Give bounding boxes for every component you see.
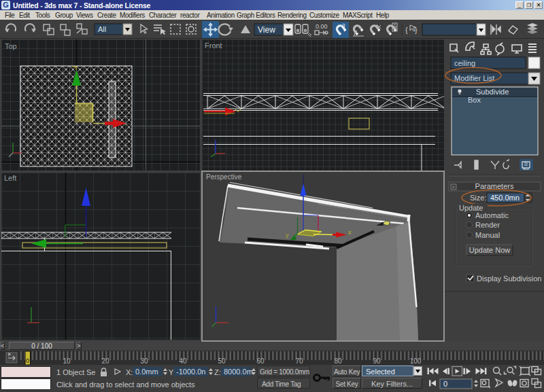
svg-text:0.00: 0.00	[316, 23, 328, 30]
svg-text:}: }	[415, 26, 418, 34]
svg-text:Front: Front	[205, 41, 222, 50]
svg-text:View: View	[258, 25, 275, 35]
svg-text:Size:: Size:	[470, 194, 486, 202]
svg-text:80: 80	[334, 357, 342, 365]
svg-text:60: 60	[256, 357, 265, 365]
svg-text:Modifier List: Modifier List	[454, 74, 494, 82]
svg-text:40: 40	[179, 357, 187, 365]
svg-text:Render: Render	[475, 221, 500, 229]
svg-text:50: 50	[218, 357, 226, 365]
svg-text:All: All	[98, 25, 106, 33]
svg-text:Box: Box	[468, 96, 481, 104]
svg-text:ceiling: ceiling	[454, 59, 475, 67]
svg-text:3: 3	[342, 22, 345, 29]
svg-text:Subdivide: Subdivide	[476, 88, 509, 96]
svg-text:Manual: Manual	[475, 231, 500, 239]
svg-text:0: 0	[443, 380, 447, 388]
svg-text:30: 30	[140, 357, 148, 365]
svg-text:Left: Left	[4, 174, 16, 182]
svg-text:450.0mn: 450.0mn	[490, 194, 520, 202]
svg-text:Parameters: Parameters	[475, 182, 514, 190]
svg-text:Perspective: Perspective	[206, 173, 242, 181]
svg-text:x: x	[348, 229, 352, 236]
svg-text:{: {	[405, 26, 408, 34]
svg-text:70: 70	[295, 357, 303, 365]
svg-text:Automatic: Automatic	[475, 211, 509, 219]
svg-text:Display Subdivision: Display Subdivision	[477, 274, 541, 283]
svg-text:Update Now: Update Now	[469, 246, 511, 254]
svg-text:0: 0	[26, 357, 29, 364]
svg-text:-: -	[452, 183, 454, 190]
svg-text:Top: Top	[5, 42, 17, 50]
svg-text:10: 10	[63, 357, 71, 365]
svg-text:100: 100	[410, 357, 422, 365]
svg-text:y: y	[286, 232, 289, 238]
svg-text:20: 20	[101, 357, 109, 365]
svg-text:90: 90	[373, 357, 381, 365]
